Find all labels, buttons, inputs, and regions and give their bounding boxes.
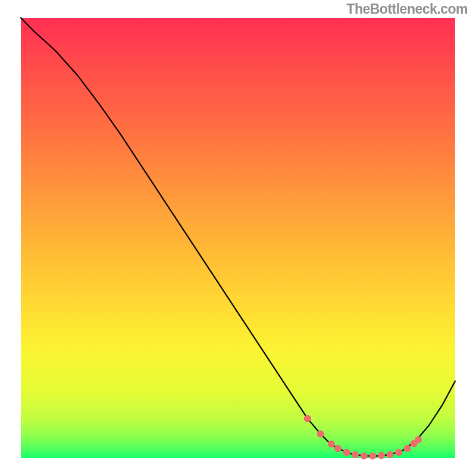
watermark-text: TheBottleneck.com — [346, 1, 468, 17]
marker-point — [395, 449, 402, 456]
gradient-plot-area — [21, 18, 455, 458]
marker-point — [361, 452, 368, 459]
marker-point — [343, 449, 350, 456]
marker-point — [415, 436, 422, 443]
marker-point — [387, 451, 394, 458]
bottleneck-chart — [0, 0, 476, 476]
marker-point — [304, 415, 311, 422]
marker-point — [369, 452, 376, 459]
marker-point — [352, 451, 359, 458]
marker-point — [334, 445, 342, 452]
marker-point — [328, 440, 335, 447]
marker-point — [317, 430, 324, 437]
chart-container: TheBottleneck.com — [0, 0, 476, 476]
marker-point — [404, 445, 411, 452]
marker-point — [378, 452, 385, 459]
